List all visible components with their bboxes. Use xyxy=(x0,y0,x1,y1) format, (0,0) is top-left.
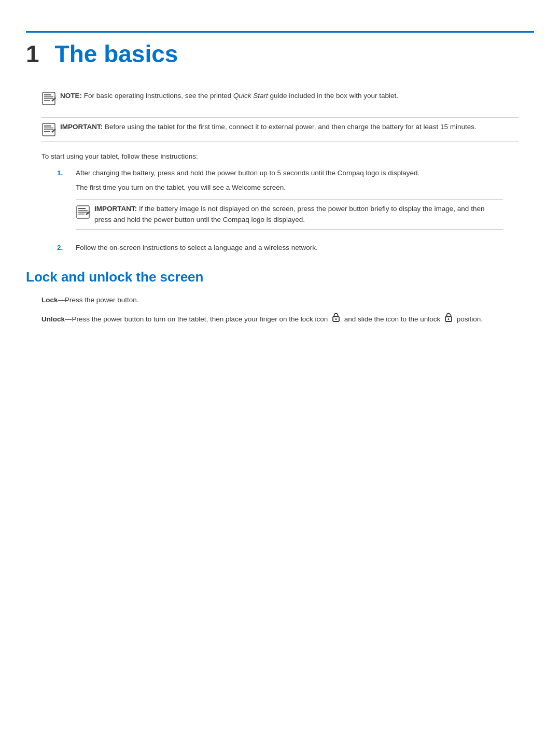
svg-point-19 xyxy=(447,318,449,320)
inline-important-box: IMPORTANT: If the battery image is not d… xyxy=(76,199,503,230)
lock-icon xyxy=(331,312,341,327)
lock-content: Lock—Press the power button. Unlock—Pres… xyxy=(26,294,534,327)
unlock-paragraph: Unlock—Press the power button to turn on… xyxy=(26,312,534,327)
lock-paragraph: Lock—Press the power button. xyxy=(26,294,534,306)
list-number-1: 1. xyxy=(57,167,67,179)
svg-rect-2 xyxy=(44,96,53,97)
list-item: 1. After charging the battery, press and… xyxy=(57,167,503,236)
list-item-2: 2. Follow the on-screen instructions to … xyxy=(57,242,503,254)
unlock-label: Unlock xyxy=(41,315,65,323)
important-box-1: IMPORTANT: Before using the tablet for t… xyxy=(41,117,519,142)
svg-point-16 xyxy=(335,318,337,320)
svg-rect-8 xyxy=(44,130,53,131)
inline-important-icon xyxy=(76,205,90,219)
chapter-header: 1 The basics xyxy=(26,42,534,66)
inline-important-content: If the battery image is not displayed on… xyxy=(94,205,484,223)
inline-important-label: IMPORTANT: xyxy=(94,205,137,213)
important-label-1: IMPORTANT: xyxy=(60,123,103,131)
svg-rect-13 xyxy=(78,212,88,213)
svg-rect-3 xyxy=(44,99,53,100)
svg-rect-4 xyxy=(44,100,50,101)
list-number-2: 2. xyxy=(57,242,67,254)
svg-rect-6 xyxy=(44,125,51,126)
note-box: NOTE: For basic operating instructions, … xyxy=(41,87,519,110)
list-item-2-text: Follow the on-screen instructions to sel… xyxy=(76,244,318,251)
intro-text: To start using your tablet, follow these… xyxy=(41,151,519,162)
page-container: 1 The basics NOTE: For basic operating i… xyxy=(0,31,560,745)
svg-rect-7 xyxy=(44,128,53,129)
chapter-title: The basics xyxy=(55,42,178,66)
unlock-text2: and slide the icon to the unlock xyxy=(342,315,442,323)
list-item-1-content: After charging the battery, press and ho… xyxy=(76,167,503,236)
unlock-text3: position. xyxy=(455,315,483,323)
svg-rect-14 xyxy=(78,214,85,215)
important-text-1: IMPORTANT: Before using the tablet for t… xyxy=(60,122,477,132)
section-title: Lock and unlock the screen xyxy=(26,269,534,285)
content-area: NOTE: For basic operating instructions, … xyxy=(26,87,534,254)
list-item-2-content: Follow the on-screen instructions to sel… xyxy=(76,242,503,254)
note-icon xyxy=(41,91,56,106)
chapter-number: 1 xyxy=(26,42,39,66)
svg-rect-1 xyxy=(44,94,51,95)
svg-rect-12 xyxy=(78,210,88,211)
list-item-1-text: After charging the battery, press and ho… xyxy=(76,169,419,177)
ordered-list: 1. After charging the battery, press and… xyxy=(57,167,503,254)
note-text: NOTE: For basic operating instructions, … xyxy=(60,91,398,101)
important-content-1: Before using the tablet for the first ti… xyxy=(105,123,477,131)
lock-dash: — xyxy=(58,296,65,304)
important-icon-1 xyxy=(41,122,56,137)
svg-rect-9 xyxy=(44,131,50,132)
note-text-content: For basic operating instructions, see th… xyxy=(84,92,398,100)
lock-text: Press the power button. xyxy=(65,296,139,304)
svg-rect-11 xyxy=(78,208,86,209)
unlock-text1: Press the power button to turn on the ta… xyxy=(72,315,330,323)
top-rule xyxy=(26,31,534,33)
note-label: NOTE: xyxy=(60,92,82,100)
lock-label: Lock xyxy=(41,296,58,304)
first-time-note: The first time you turn on the tablet, y… xyxy=(76,182,503,193)
inline-important-text: IMPORTANT: If the battery image is not d… xyxy=(94,204,503,225)
unlock-icon xyxy=(444,312,453,327)
unlock-dash: — xyxy=(65,315,72,323)
